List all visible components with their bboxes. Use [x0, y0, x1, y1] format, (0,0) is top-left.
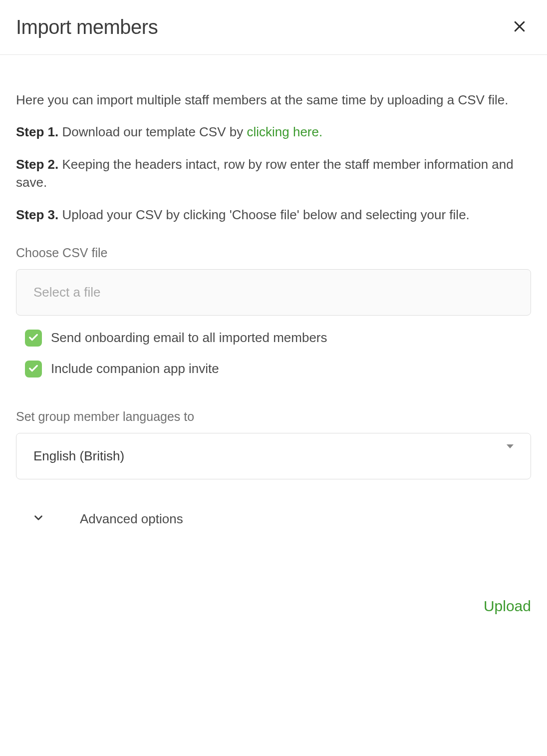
chevron-down-icon — [32, 511, 45, 526]
checkbox-companion-invite[interactable]: Include companion app invite — [16, 361, 531, 378]
dialog-footer: Upload — [0, 598, 547, 635]
checkbox-onboarding-email[interactable]: Send onboarding email to all imported me… — [16, 330, 531, 347]
file-input[interactable]: Select a file — [16, 269, 531, 316]
language-field-label: Set group member languages to — [16, 409, 531, 424]
download-template-link[interactable]: clicking here. — [247, 124, 322, 139]
caret-down-icon — [507, 448, 514, 464]
step-3-label: Step 3. — [16, 207, 58, 222]
advanced-options-toggle[interactable]: Advanced options — [16, 511, 531, 527]
dialog-content: Here you can import multiple staff membe… — [0, 55, 547, 543]
language-selected-value: English (British) — [33, 448, 124, 464]
step-3-text: Upload your CSV by clicking 'Choose file… — [58, 207, 470, 222]
checkbox-onboarding-email-box[interactable] — [25, 330, 42, 347]
dialog-title: Import members — [16, 16, 158, 38]
advanced-options-label: Advanced options — [80, 511, 183, 527]
intro-text: Here you can import multiple staff membe… — [16, 91, 531, 109]
dialog-header: Import members — [0, 0, 547, 55]
step-2-text: Keeping the headers intact, row by row e… — [16, 157, 514, 190]
step-2-label: Step 2. — [16, 157, 58, 172]
checkbox-onboarding-email-label: Send onboarding email to all imported me… — [51, 330, 327, 346]
step-3: Step 3. Upload your CSV by clicking 'Cho… — [16, 206, 531, 224]
language-select[interactable]: English (British) — [16, 433, 531, 479]
step-2: Step 2. Keeping the headers intact, row … — [16, 155, 531, 192]
step-1: Step 1. Download our template CSV by cli… — [16, 123, 531, 141]
step-1-text: Download our template CSV by — [58, 124, 247, 139]
close-icon — [512, 19, 527, 35]
step-1-label: Step 1. — [16, 124, 58, 139]
checkbox-companion-invite-box[interactable] — [25, 361, 42, 378]
upload-button[interactable]: Upload — [484, 598, 531, 615]
check-icon — [28, 363, 39, 376]
close-button[interactable] — [508, 15, 531, 39]
file-field-label: Choose CSV file — [16, 246, 531, 260]
checkbox-companion-invite-label: Include companion app invite — [51, 361, 219, 377]
check-icon — [28, 332, 39, 345]
file-input-placeholder: Select a file — [33, 285, 100, 300]
